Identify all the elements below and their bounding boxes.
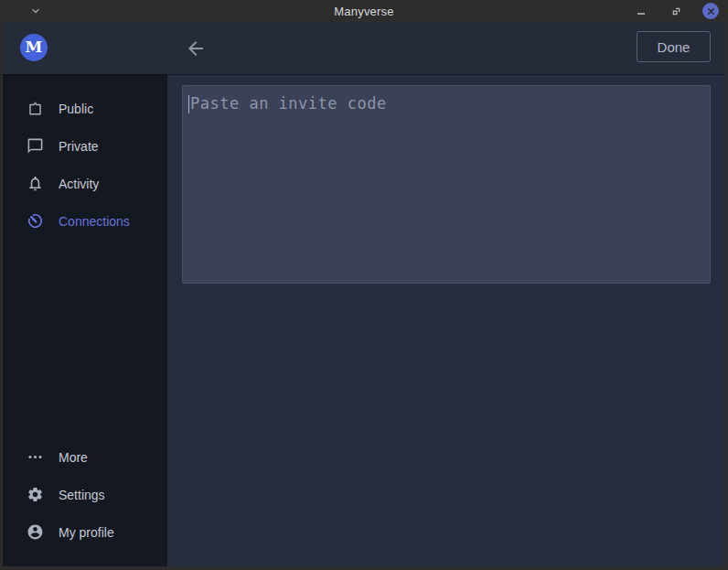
sidebar-item-label: Public	[59, 102, 93, 116]
gear-icon	[26, 486, 44, 504]
content-row: Public Private Activity	[3, 74, 725, 566]
window-body: M Done Public Priva	[0, 22, 728, 570]
message-icon	[26, 137, 44, 156]
close-button[interactable]	[702, 3, 719, 19]
titlebar: Manyverse	[0, 0, 728, 22]
dots-icon	[26, 448, 44, 467]
sidebar-item-more[interactable]: More	[3, 438, 167, 476]
main-panel	[167, 74, 725, 566]
sidebar-item-settings[interactable]: Settings	[3, 476, 167, 513]
invite-input-wrap	[182, 85, 711, 284]
sidebar-item-label: Activity	[59, 177, 99, 191]
done-button[interactable]: Done	[637, 31, 711, 62]
bell-icon	[26, 175, 44, 193]
sidebar-item-label: More	[59, 450, 88, 465]
sidebar-item-label: Settings	[59, 488, 105, 502]
window-title: Manyverse	[0, 5, 728, 18]
back-arrow-icon[interactable]	[182, 35, 209, 62]
window-controls	[633, 0, 719, 22]
chevron-down-icon[interactable]	[27, 3, 44, 19]
sidebar-item-label: My profile	[59, 525, 114, 540]
invite-code-input[interactable]	[182, 85, 711, 284]
minimize-button[interactable]	[633, 3, 649, 19]
sidebar-item-label: Private	[59, 139, 99, 154]
sidebar-item-connections[interactable]: Connections	[3, 202, 167, 240]
restore-button[interactable]	[668, 3, 684, 19]
bulletin-board-icon	[26, 100, 44, 118]
sidebar: Public Private Activity	[3, 74, 167, 566]
sidebar-item-label: Connections	[59, 214, 130, 229]
manyverse-logo: M	[20, 34, 48, 61]
app-header: M Done	[3, 22, 725, 74]
gauge-icon	[26, 212, 44, 231]
app-window: Manyverse M Done	[0, 0, 728, 570]
sidebar-item-activity[interactable]: Activity	[3, 165, 167, 202]
sidebar-item-private[interactable]: Private	[3, 127, 167, 165]
sidebar-item-my-profile[interactable]: My profile	[3, 513, 167, 551]
sidebar-item-public[interactable]: Public	[3, 90, 167, 127]
sidebar-spacer	[3, 240, 167, 438]
text-caret	[188, 95, 189, 113]
logo-letter: M	[26, 39, 43, 56]
account-circle-icon	[26, 523, 44, 542]
